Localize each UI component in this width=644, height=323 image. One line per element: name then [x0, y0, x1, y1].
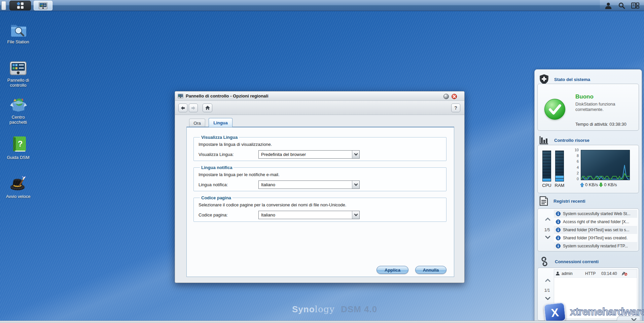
log-row[interactable]: Shared folder [XHTest] was created. [554, 234, 637, 242]
download-arrow-icon [599, 183, 603, 187]
home-button[interactable] [203, 104, 212, 112]
recent-logs-header: Registri recenti [539, 196, 585, 206]
desktop-icon-label: Pannello di controllo [2, 78, 34, 88]
desktop: File Station Pannello di controllo Centr… [0, 0, 644, 323]
uptime-text: Tempo di attività: 03:38:30 [575, 122, 627, 127]
apply-button[interactable]: Applica [377, 266, 408, 274]
xtremehardware-logo: X [543, 302, 566, 323]
connection-row[interactable]: admin HTTP 03:14:40 [554, 270, 637, 278]
log-row[interactable]: System successfully restarted FTP... [554, 242, 637, 250]
control-panel-icon [10, 61, 27, 75]
main-menu-button[interactable] [9, 1, 31, 10]
status-text: Buono [575, 93, 594, 100]
desktop-icon-quick-start[interactable]: Avvio veloce [0, 175, 36, 199]
user-icon[interactable] [605, 2, 612, 9]
status-ok-icon [544, 99, 565, 120]
help-button[interactable]: ? [451, 104, 460, 112]
recent-logs-card: 1/5 System successfully started Web St..… [537, 208, 639, 251]
back-button[interactable] [178, 104, 187, 112]
desktop-icon-label: Avvio veloce [0, 194, 36, 199]
xtremehardware-watermark: xtremehardware.it [570, 306, 644, 318]
network-speed-row: 0 KB/s 0 KB/s [580, 182, 617, 187]
desktop-icon-label: Centro pacchetti [2, 115, 34, 125]
connections-page-down-icon[interactable] [545, 297, 550, 300]
display-language-section: Visualizza Lingua Impostare la lingua di… [193, 135, 446, 161]
taskbar-item-control-panel[interactable] [34, 1, 52, 10]
window-titlebar[interactable]: Pannello di controllo - Opzioni regional… [175, 91, 464, 101]
network-graph-yticks: 10 8 6 4 2 0 [569, 148, 579, 181]
control-panel-icon [39, 2, 47, 9]
window-toolbar: ? [175, 101, 464, 115]
connection-time: 03:14:40 [601, 271, 621, 276]
window-icon [178, 93, 183, 98]
minimize-button[interactable] [443, 94, 449, 99]
section-description: Impostare la lingua per le notifiche e-m… [199, 172, 441, 177]
system-status-card: Buono DiskStation funziona correttamente… [537, 84, 639, 131]
desktop-icon-dsm-help[interactable]: ? Guida DSM [0, 136, 36, 160]
section-legend: Codice pagina [200, 195, 232, 200]
desktop-icon-file-station[interactable]: File Station [0, 22, 36, 44]
control-panel-window: Pannello di controllo - Opzioni regional… [175, 91, 465, 283]
connection-user: admin [562, 271, 585, 276]
log-row[interactable]: Access right of the shared folder [X... [554, 218, 637, 226]
connections-page-up-icon[interactable] [545, 279, 550, 282]
resource-monitor-card: CPU RAM 10 8 6 4 2 0 0 KB/s [537, 145, 639, 193]
chevron-down-icon[interactable] [352, 181, 359, 189]
section-legend: Lingua notifica [200, 165, 234, 170]
disconnect-icon[interactable] [621, 271, 627, 276]
chevron-down-icon[interactable] [352, 211, 359, 219]
ram-label: RAM [552, 183, 567, 188]
show-desktop-button[interactable] [1, 1, 6, 10]
desktop-icon-control-panel[interactable]: Pannello di controllo [0, 61, 36, 88]
user-icon [556, 271, 560, 276]
shield-icon [539, 74, 549, 84]
log-list: System successfully started Web St... Ac… [554, 210, 637, 250]
desktop-icon-label: Guida DSM [0, 155, 36, 160]
search-icon[interactable] [618, 2, 625, 9]
upload-arrow-icon [580, 183, 584, 187]
file-station-icon [10, 22, 27, 37]
connection-protocol: HTTP [585, 271, 601, 276]
link-icon [539, 256, 549, 267]
upload-speed: 0 KB/s [585, 182, 598, 187]
notification-language-section: Lingua notifica Impostare la lingua per … [193, 165, 446, 191]
forward-button[interactable] [189, 104, 198, 112]
section-description: Selezionare il codice pagine per la conv… [199, 202, 441, 207]
notification-language-select[interactable]: Italiano [258, 180, 360, 189]
section-legend: Visualizza Lingua [200, 135, 239, 140]
section-description: Impostare la lingua di visualizzazione. [199, 142, 441, 147]
log-row[interactable]: Shared folder [XHTest] was set to s... [554, 226, 637, 234]
field-label: Visualizza Lingua: [199, 152, 234, 157]
info-icon [556, 244, 561, 248]
logs-page-down-icon[interactable] [545, 236, 550, 239]
bottom-edge [0, 321, 644, 323]
chevron-down-icon[interactable] [352, 151, 359, 158]
window-title: Pannello di controllo - Opzioni regional… [186, 93, 269, 98]
logs-page-up-icon[interactable] [545, 217, 550, 221]
widgets-sidebar: Stato del sistema Buono DiskStation funz… [534, 69, 642, 323]
cancel-button[interactable]: Annulla [415, 266, 446, 274]
log-row[interactable]: System successfully started Web St... [554, 210, 637, 218]
svg-text:?: ? [18, 139, 23, 148]
desktop-icon-label: File Station [0, 39, 36, 44]
package-center-icon [9, 97, 27, 112]
cpu-meter [542, 151, 551, 181]
resource-monitor-header: Controllo risorse [539, 135, 589, 145]
info-icon [556, 219, 561, 224]
log-document-icon [539, 196, 548, 206]
synology-dsm-watermark: Synology DSM 4.0 [292, 304, 377, 315]
tab-ora[interactable]: Ora [189, 119, 205, 127]
status-description: DiskStation funziona correttamente. [575, 102, 626, 112]
tab-content-panel: Visualizza Lingua Impostare la lingua di… [186, 127, 454, 277]
tab-lingua[interactable]: Lingua [209, 118, 232, 127]
pilot-view-icon[interactable] [631, 2, 639, 9]
codepage-section: Codice pagina Selezionare il codice pagi… [193, 195, 446, 222]
info-icon [556, 236, 561, 240]
desktop-icon-package-center[interactable]: Centro pacchetti [0, 97, 36, 125]
download-speed: 0 KB/s [604, 182, 617, 187]
codepage-select[interactable]: Italiano [258, 211, 360, 219]
display-language-select[interactable]: Predefinita del browser [258, 150, 360, 159]
forward-icon [191, 106, 196, 110]
main-menu-icon [13, 2, 27, 9]
close-button[interactable] [452, 94, 457, 99]
